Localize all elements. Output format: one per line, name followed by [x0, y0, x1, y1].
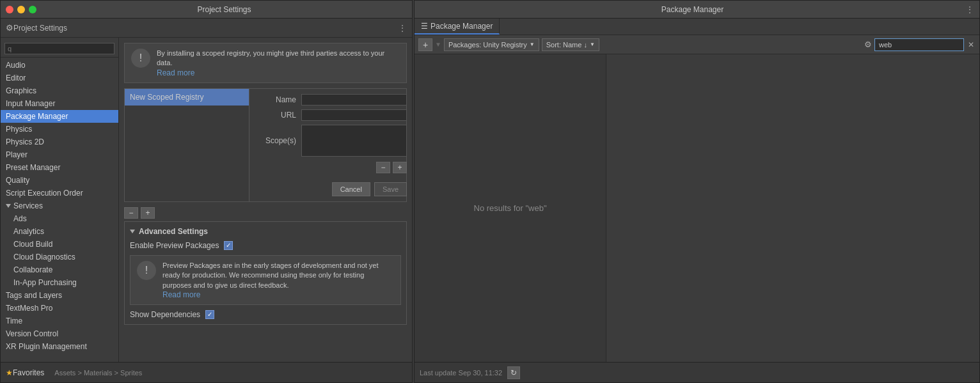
sidebar-item-analytics[interactable]: Analytics — [1, 225, 118, 238]
name-label: Name — [255, 95, 296, 104]
pm-sort-dropdown-label: Sort: Name ↓ — [546, 41, 587, 49]
sidebar-item-services[interactable]: Services — [1, 199, 118, 212]
sidebar-search-input[interactable] — [4, 43, 115, 54]
scope-input[interactable] — [301, 125, 407, 157]
warning-icon: ! — [131, 49, 150, 68]
pm-list-panel: No results for "web" — [415, 54, 606, 362]
pm-toolbar: + ▼ Packages: Unity Registry ▼ Sort: Nam… — [415, 35, 979, 54]
pm-tabbar: ☰ Package Manager — [415, 19, 979, 35]
registry-plus-button[interactable]: + — [141, 207, 155, 219]
sidebar-item-graphics[interactable]: Graphics — [1, 84, 118, 97]
pm-window-title: Package Manager — [420, 5, 965, 14]
sidebar-item-player[interactable]: Player — [1, 148, 118, 161]
pm-search-input[interactable] — [874, 38, 964, 51]
pm-body: No results for "web" — [415, 54, 979, 362]
pm-packages-chevron-icon: ▼ — [530, 42, 535, 47]
pm-sort-chevron-icon: ▼ — [590, 42, 595, 47]
scope-minus-button[interactable]: − — [376, 162, 390, 173]
ps-header-title: Project Settings — [13, 24, 67, 33]
show-dependencies-checkbox[interactable]: ✓ — [205, 310, 214, 319]
assets-path: Assets > Materials > Sprites — [54, 369, 142, 377]
advanced-triangle-icon — [130, 230, 135, 233]
ps-titlebar: Project Settings — [1, 1, 412, 19]
preview-packages-label: Enable Preview Packages — [130, 241, 219, 250]
save-button[interactable]: Save — [374, 182, 407, 196]
pm-last-update-text: Last update Sep 30, 11:32 — [420, 369, 502, 377]
pm-tab-label: Package Manager — [431, 22, 493, 31]
pm-search-area: ⚙ ✕ — [864, 38, 976, 51]
sidebar-item-physics[interactable]: Physics — [1, 123, 118, 136]
preview-info-text: Preview Packages are in the early stages… — [162, 262, 379, 289]
sidebar-item-quality[interactable]: Quality — [1, 174, 118, 187]
sidebar-item-tags-and-layers[interactable]: Tags and Layers — [1, 289, 118, 302]
gear-icon: ⚙ — [6, 23, 13, 33]
ps-menu-icon[interactable]: ⋮ — [398, 23, 407, 33]
scope-plus-button[interactable]: + — [393, 162, 407, 173]
registry-bottom-buttons: − + — [124, 207, 407, 219]
sidebar-search-container — [1, 40, 118, 58]
preview-read-more-link[interactable]: Read more — [162, 290, 200, 299]
registry-form: Name URL Scope(s) − + — [249, 89, 412, 201]
sidebar-item-preset-manager[interactable]: Preset Manager — [1, 161, 118, 174]
sidebar-item-cloud-build[interactable]: Cloud Build — [1, 238, 118, 251]
pm-packages-dropdown-label: Packages: Unity Registry — [448, 41, 527, 49]
pm-no-results-text: No results for "web" — [474, 203, 547, 213]
url-row: URL — [255, 109, 407, 121]
sidebar-item-ads[interactable]: Ads — [1, 212, 118, 225]
warning-read-more-link[interactable]: Read more — [157, 68, 194, 77]
preview-packages-row: Enable Preview Packages ✓ — [130, 241, 401, 250]
pm-titlebar: Package Manager ⋮ — [415, 1, 979, 19]
registry-list-item[interactable]: New Scoped Registry — [125, 89, 249, 106]
name-row: Name — [255, 94, 407, 106]
sidebar-item-collaborate[interactable]: Collaborate — [1, 263, 118, 276]
sidebar-item-in-app-purchasing[interactable]: In-App Purchasing — [1, 276, 118, 289]
preview-packages-checkbox[interactable]: ✓ — [224, 241, 233, 250]
advanced-settings-header[interactable]: Advanced Settings — [130, 227, 401, 236]
warning-text: By installing a scoped registry, you mig… — [157, 49, 384, 66]
pm-refresh-button[interactable]: ↻ — [507, 366, 520, 379]
cancel-button[interactable]: Cancel — [332, 182, 370, 196]
registry-minus-button[interactable]: − — [124, 207, 138, 219]
pm-clear-search-button[interactable]: ✕ — [967, 40, 976, 49]
pm-detail-panel — [606, 54, 979, 362]
scope-buttons: − + — [255, 162, 407, 173]
sidebar-item-time[interactable]: Time — [1, 315, 118, 327]
scope-row: Scope(s) — [255, 125, 407, 157]
sidebar-item-textmesh-pro[interactable]: TextMesh Pro — [1, 302, 118, 315]
form-action-buttons: Cancel Save — [255, 182, 407, 196]
warning-banner: ! By installing a scoped registry, you m… — [124, 43, 407, 83]
pm-search-gear-icon[interactable]: ⚙ — [864, 40, 872, 49]
name-input[interactable] — [301, 94, 407, 106]
minimize-button[interactable] — [17, 6, 25, 13]
pm-add-button[interactable]: + — [418, 38, 432, 51]
registry-panel: New Scoped Registry Name URL Scope(s) — [124, 88, 407, 202]
sidebar-item-input-manager[interactable]: Input Manager — [1, 97, 118, 110]
advanced-settings-section: Advanced Settings Enable Preview Package… — [124, 221, 407, 325]
pm-tab-package-manager[interactable]: ☰ Package Manager — [415, 19, 500, 35]
sidebar-item-cloud-diagnostics[interactable]: Cloud Diagnostics — [1, 251, 118, 263]
pm-sort-dropdown[interactable]: Sort: Name ↓ ▼ — [542, 38, 599, 51]
sidebar-item-xr-plugin-management[interactable]: XR Plugin Management — [1, 340, 118, 353]
preview-info-banner: ! Preview Packages are in the early stag… — [130, 255, 401, 305]
maximize-button[interactable] — [29, 6, 36, 13]
favorites-star-icon: ★ — [6, 368, 13, 377]
sidebar-item-version-control[interactable]: Version Control — [1, 327, 118, 340]
sidebar-item-physics-2d[interactable]: Physics 2D — [1, 136, 118, 148]
close-button[interactable] — [6, 6, 13, 13]
sidebar-item-package-manager[interactable]: Package Manager — [1, 110, 118, 123]
favorites-label: Favorites — [13, 368, 44, 377]
show-dependencies-row: Show Dependencies ✓ — [130, 310, 401, 319]
project-settings-window: Project Settings ⚙ Project Settings ⋮ Au… — [0, 0, 413, 383]
preview-info-icon: ! — [137, 261, 156, 280]
pm-menu-icon[interactable]: ⋮ — [965, 4, 974, 15]
sidebar-item-audio[interactable]: Audio — [1, 59, 118, 72]
pm-packages-dropdown[interactable]: Packages: Unity Registry ▼ — [444, 38, 539, 51]
pm-add-chevron-icon: ▼ — [435, 41, 441, 48]
url-input[interactable] — [301, 109, 407, 121]
sidebar-item-editor[interactable]: Editor — [1, 72, 118, 84]
url-label: URL — [255, 111, 296, 120]
pm-tab-icon: ☰ — [421, 22, 428, 31]
advanced-settings-title: Advanced Settings — [139, 227, 208, 236]
triangle-down-icon — [6, 204, 11, 208]
sidebar-item-script-execution-order[interactable]: Script Execution Order — [1, 187, 118, 199]
